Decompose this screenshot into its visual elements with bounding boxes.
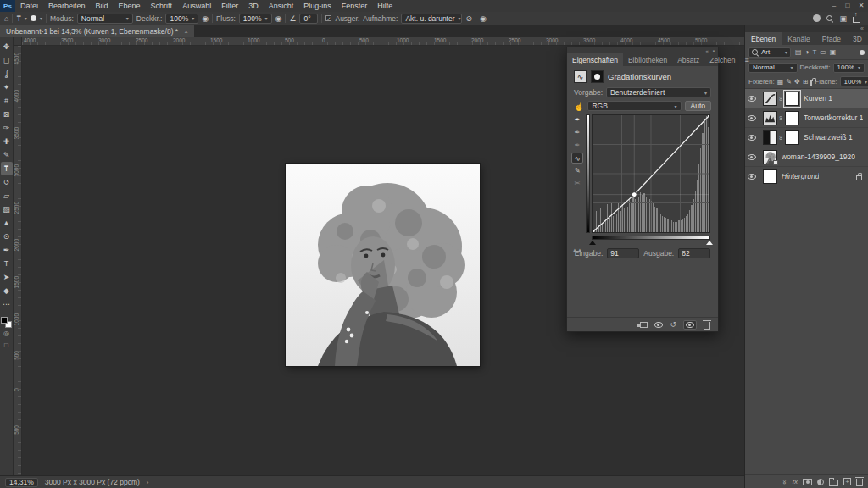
layer-row-schwarzwei-1[interactable]: ∞Schwarzweiß 1 <box>745 128 868 147</box>
pressure-opacity-icon[interactable]: ◉ <box>202 14 209 23</box>
menu-datei[interactable]: Datei <box>15 0 43 12</box>
lock-paint-icon[interactable]: ✎ <box>786 78 792 86</box>
white-input-slider[interactable] <box>706 241 713 245</box>
menu-auswahl[interactable]: Auswahl <box>177 0 216 12</box>
reset-icon[interactable]: ↺ <box>670 320 676 329</box>
search-icon[interactable] <box>826 15 833 22</box>
menu-3d[interactable]: 3D <box>243 0 264 12</box>
quick-mask-button[interactable]: ◎ <box>1 328 13 340</box>
clip-to-layer-icon[interactable] <box>640 322 648 328</box>
gradient-tool[interactable]: ▧ <box>1 202 13 216</box>
lock-artboard-icon[interactable]: ⊞ <box>803 78 809 86</box>
lasso-tool[interactable]: ʆ <box>1 67 13 80</box>
visibility-toggle-icon[interactable] <box>683 320 697 330</box>
preset-select[interactable]: Benutzerdefiniert▾ <box>606 87 711 97</box>
eingabe-field[interactable]: 91 <box>607 248 639 258</box>
gray-point-eyedropper-icon[interactable]: ✒ <box>571 127 583 138</box>
move-tool[interactable]: ✥ <box>1 40 13 53</box>
delete-adjustment-icon[interactable] <box>704 322 710 330</box>
eye-icon[interactable] <box>748 174 756 180</box>
minimize-button[interactable]: – <box>827 0 841 12</box>
screen-mode-button[interactable]: □ <box>1 340 13 352</box>
menu-ebene[interactable]: Ebene <box>114 0 146 12</box>
layer-visibility-cell[interactable] <box>745 108 760 127</box>
document-tab[interactable]: Unbenannt-1 bei 14,3% (Kurven 1, Ebenenm… <box>0 25 194 37</box>
chevron-down-icon[interactable]: ▾ <box>25 15 27 21</box>
link-layers-icon[interactable]: ∞ <box>781 480 788 485</box>
tab-3d[interactable]: 3D <box>847 32 868 45</box>
menu-bild[interactable]: Bild <box>91 0 114 12</box>
menu-fenster[interactable]: Fenster <box>337 0 373 12</box>
layer-name[interactable]: Kurven 1 <box>804 94 832 103</box>
angle-icon[interactable]: ∠ <box>289 14 296 23</box>
layer-row-woman-1439909-1920[interactable]: woman-1439909_1920 <box>745 147 868 167</box>
rectangular-marquee-tool[interactable]: ◻ <box>1 53 13 67</box>
close-button[interactable]: ✕ <box>854 0 868 12</box>
healing-brush-tool[interactable]: ✚ <box>1 135 13 148</box>
tab-zeichen[interactable]: Zeichen <box>704 53 740 66</box>
layer-mask-thumbnail[interactable] <box>785 130 799 145</box>
bw-adjustment-thumbnail[interactable] <box>763 130 777 145</box>
dock-icon[interactable]: ▪ <box>713 48 715 53</box>
zoom-level-field[interactable]: 14,31% <box>5 478 38 487</box>
channel-select[interactable]: RGB▾ <box>587 101 681 111</box>
layer-mask-thumbnail[interactable] <box>785 92 799 106</box>
filter-adjustment-icon[interactable]: ◑ <box>805 48 810 56</box>
tool-preset-icon[interactable]: ⍑ <box>16 14 20 23</box>
color-swatches[interactable] <box>1 317 12 328</box>
mask-link-icon[interactable]: ∞ <box>778 134 784 141</box>
layer-name[interactable]: Hintergrund <box>782 172 819 180</box>
layer-row-tonwertkorrektur-1[interactable]: ∞Tonwertkorrektur 1 <box>745 108 868 128</box>
eye-icon[interactable] <box>748 96 756 102</box>
curve-pencil-icon[interactable]: ✎ <box>571 165 583 176</box>
panel-grip[interactable]: «▪ <box>567 47 718 53</box>
curve-grid[interactable] <box>592 114 710 233</box>
new-group-icon[interactable] <box>829 480 838 486</box>
mask-link-icon[interactable]: ∞ <box>778 114 784 122</box>
layer-name[interactable]: woman-1439909_1920 <box>782 152 855 161</box>
new-layer-icon[interactable] <box>843 478 851 485</box>
history-brush-tool[interactable]: ↺ <box>1 175 13 189</box>
lock-all-icon[interactable] <box>810 80 812 86</box>
status-expand-icon[interactable]: › <box>147 479 149 486</box>
blur-tool[interactable]: ▲ <box>1 216 13 230</box>
layer-filter-select[interactable]: Art ▾ <box>748 47 791 58</box>
fill-select[interactable]: 100%▾ <box>840 76 868 86</box>
view-previous-state-icon[interactable] <box>654 322 663 328</box>
curve-plot[interactable] <box>593 115 709 232</box>
collapse-panels-icon[interactable]: « <box>860 25 864 32</box>
dodge-tool[interactable]: ⊙ <box>1 230 13 243</box>
eye-icon[interactable] <box>748 115 756 121</box>
collapse-icon[interactable]: « <box>706 48 709 53</box>
black-point-eyedropper-icon[interactable]: ✒ <box>571 114 583 125</box>
layer-style-icon[interactable]: fx <box>793 478 798 485</box>
tab-pfade[interactable]: Pfade <box>816 32 847 45</box>
eraser-tool[interactable]: ▱ <box>1 189 13 202</box>
layer-thumbnail[interactable] <box>763 150 777 164</box>
eyedropper-tool[interactable]: ✑ <box>1 121 13 135</box>
eye-icon[interactable] <box>748 135 756 141</box>
background-adjustment-thumbnail[interactable] <box>763 169 777 184</box>
clone-stamp-tool[interactable]: ⍑ <box>1 162 13 175</box>
filter-type-icon[interactable]: T <box>812 48 816 56</box>
more-tools-tool[interactable]: ⋯ <box>1 297 13 311</box>
pressure-size-icon[interactable]: ◉ <box>480 14 487 23</box>
layer-mask-thumbnail[interactable] <box>785 111 799 125</box>
tab-kan-le[interactable]: Kanäle <box>782 32 815 45</box>
airbrush-icon[interactable]: ◉ <box>275 14 282 23</box>
share-icon[interactable] <box>853 17 860 23</box>
layer-visibility-cell[interactable] <box>745 167 760 186</box>
close-tab-icon[interactable]: × <box>184 28 188 36</box>
type-tool[interactable]: T <box>1 257 13 270</box>
chevron-down-icon[interactable]: ▾ <box>40 15 42 21</box>
eye-icon[interactable] <box>748 154 756 160</box>
canvas-image-woman-portrait[interactable] <box>286 164 480 366</box>
shape-tool[interactable]: ◆ <box>1 284 13 297</box>
layer-visibility-cell[interactable] <box>745 128 760 147</box>
layer-visibility-cell[interactable] <box>745 89 760 108</box>
black-input-slider[interactable] <box>589 241 596 245</box>
tab-bibliotheken[interactable]: Bibliotheken <box>623 53 672 66</box>
curves-adjustment-thumbnail[interactable] <box>763 92 777 106</box>
sample-select[interactable]: Akt. u. darunter▾ <box>401 14 462 24</box>
restore-button[interactable]: □ <box>841 0 854 12</box>
